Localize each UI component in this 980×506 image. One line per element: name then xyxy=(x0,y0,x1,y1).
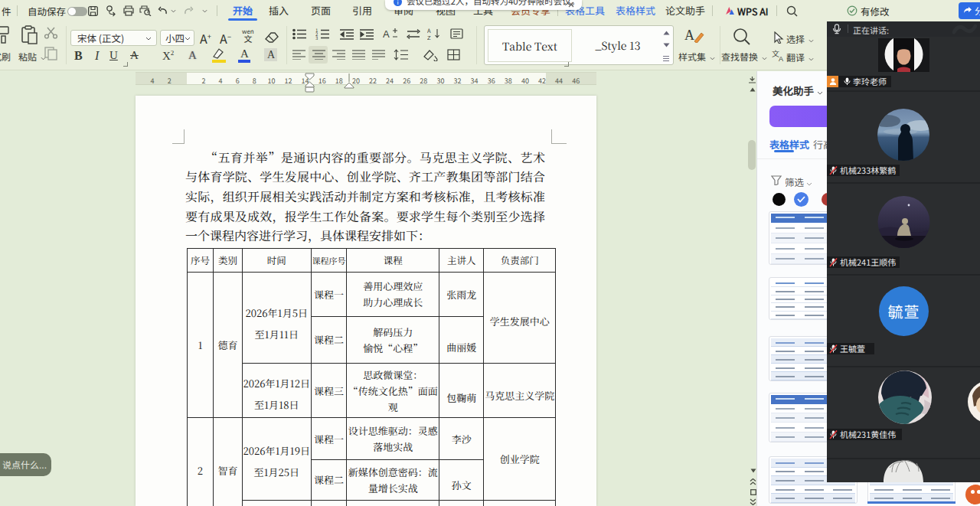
svg-text:3: 3 xyxy=(315,34,318,40)
svg-text:A: A xyxy=(779,55,783,62)
svg-text:Z: Z xyxy=(427,33,431,40)
svg-text:A: A xyxy=(383,28,390,40)
